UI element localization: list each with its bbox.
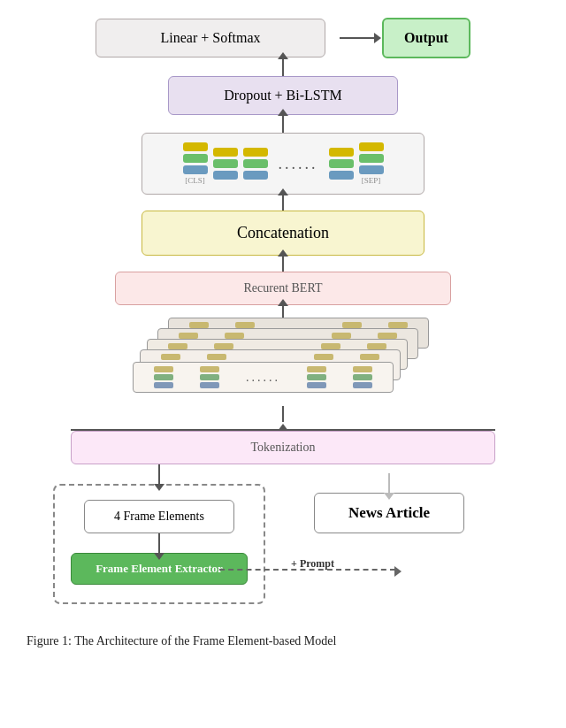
bert-stack: ...... ...... ...... ...... — [133, 318, 433, 406]
bottom-section: 4 Frame Elements Frame Element Extractor… — [53, 464, 513, 604]
tokenization-box: Tokenization — [71, 431, 495, 464]
dashed-container: 4 Frame Elements Frame Element Extractor — [53, 484, 265, 604]
prompt-connector: + Prompt — [219, 569, 334, 571]
token-dots: ...... — [279, 155, 318, 173]
figure-caption: Figure 1: The Architecture of the Frame … — [0, 631, 566, 663]
right-col: News Article — [301, 464, 478, 533]
diagram: Linear + Softmax Output Dropout + Bi-LST… — [0, 0, 566, 631]
frame-elements-box: 4 Frame Elements — [84, 500, 234, 533]
output-box: Output — [382, 18, 470, 58]
left-col: 4 Frame Elements Frame Element Extractor — [53, 464, 265, 604]
token-embeddings-row: [CLS] ...... [SEP] — [142, 133, 424, 195]
linear-softmax-box: Linear + Softmax — [96, 19, 325, 57]
caption-text: Figure 1: The Architecture of the Frame … — [27, 634, 336, 648]
prompt-arrow — [219, 569, 395, 571]
sep-label: [SEP] — [362, 176, 381, 185]
arrow-recurrent-inner — [282, 305, 284, 318]
token-block-3 — [243, 148, 268, 180]
token-block-2 — [213, 148, 238, 180]
arrow-concat-to-recurrent — [282, 256, 284, 272]
output-arrow — [340, 37, 375, 39]
arrow-linear-to-dropout — [282, 58, 284, 76]
arrow-tokens-to-concat — [282, 195, 284, 211]
token-block-4 — [329, 148, 354, 180]
arrow-dropout-to-tokens — [282, 115, 284, 133]
arrow-tokenization-to-news — [388, 473, 390, 493]
arrow-frame-to-extractor — [158, 533, 160, 553]
arrow-tokenization-to-frame — [158, 464, 160, 484]
cls-label: [CLS] — [185, 176, 205, 185]
